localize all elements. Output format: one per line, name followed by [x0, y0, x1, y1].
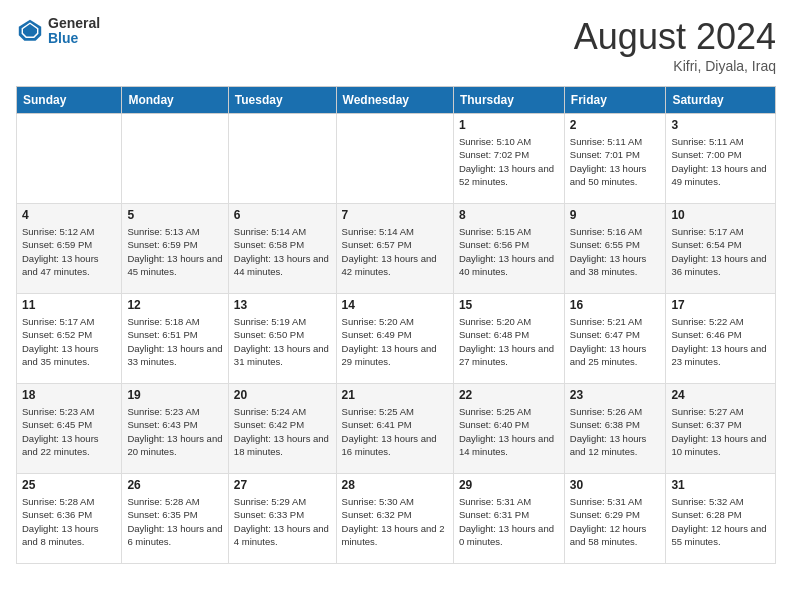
calendar-header-row: SundayMondayTuesdayWednesdayThursdayFrid…	[17, 87, 776, 114]
day-detail: Sunrise: 5:20 AM Sunset: 6:48 PM Dayligh…	[459, 315, 559, 368]
calendar-cell: 10Sunrise: 5:17 AM Sunset: 6:54 PM Dayli…	[666, 204, 776, 294]
day-detail: Sunrise: 5:22 AM Sunset: 6:46 PM Dayligh…	[671, 315, 770, 368]
calendar-cell: 14Sunrise: 5:20 AM Sunset: 6:49 PM Dayli…	[336, 294, 453, 384]
day-detail: Sunrise: 5:19 AM Sunset: 6:50 PM Dayligh…	[234, 315, 331, 368]
calendar-cell: 9Sunrise: 5:16 AM Sunset: 6:55 PM Daylig…	[564, 204, 666, 294]
header-wednesday: Wednesday	[336, 87, 453, 114]
calendar-cell: 11Sunrise: 5:17 AM Sunset: 6:52 PM Dayli…	[17, 294, 122, 384]
day-detail: Sunrise: 5:16 AM Sunset: 6:55 PM Dayligh…	[570, 225, 661, 278]
day-detail: Sunrise: 5:14 AM Sunset: 6:57 PM Dayligh…	[342, 225, 448, 278]
day-number: 5	[127, 208, 222, 222]
day-detail: Sunrise: 5:15 AM Sunset: 6:56 PM Dayligh…	[459, 225, 559, 278]
day-number: 31	[671, 478, 770, 492]
header-thursday: Thursday	[453, 87, 564, 114]
day-detail: Sunrise: 5:27 AM Sunset: 6:37 PM Dayligh…	[671, 405, 770, 458]
day-number: 10	[671, 208, 770, 222]
day-detail: Sunrise: 5:26 AM Sunset: 6:38 PM Dayligh…	[570, 405, 661, 458]
day-detail: Sunrise: 5:31 AM Sunset: 6:29 PM Dayligh…	[570, 495, 661, 548]
day-detail: Sunrise: 5:30 AM Sunset: 6:32 PM Dayligh…	[342, 495, 448, 548]
day-number: 21	[342, 388, 448, 402]
day-number: 26	[127, 478, 222, 492]
calendar-cell	[17, 114, 122, 204]
logo: General Blue	[16, 16, 100, 47]
day-number: 17	[671, 298, 770, 312]
logo-text: General Blue	[48, 16, 100, 47]
day-detail: Sunrise: 5:25 AM Sunset: 6:41 PM Dayligh…	[342, 405, 448, 458]
day-number: 15	[459, 298, 559, 312]
day-detail: Sunrise: 5:14 AM Sunset: 6:58 PM Dayligh…	[234, 225, 331, 278]
day-detail: Sunrise: 5:31 AM Sunset: 6:31 PM Dayligh…	[459, 495, 559, 548]
calendar-week-row: 25Sunrise: 5:28 AM Sunset: 6:36 PM Dayli…	[17, 474, 776, 564]
logo-general-text: General	[48, 16, 100, 31]
title-block: August 2024 Kifri, Diyala, Iraq	[574, 16, 776, 74]
calendar-cell: 8Sunrise: 5:15 AM Sunset: 6:56 PM Daylig…	[453, 204, 564, 294]
calendar-cell	[228, 114, 336, 204]
day-number: 8	[459, 208, 559, 222]
calendar-cell: 23Sunrise: 5:26 AM Sunset: 6:38 PM Dayli…	[564, 384, 666, 474]
day-number: 13	[234, 298, 331, 312]
calendar-cell: 2Sunrise: 5:11 AM Sunset: 7:01 PM Daylig…	[564, 114, 666, 204]
day-detail: Sunrise: 5:11 AM Sunset: 7:01 PM Dayligh…	[570, 135, 661, 188]
header-monday: Monday	[122, 87, 228, 114]
day-detail: Sunrise: 5:29 AM Sunset: 6:33 PM Dayligh…	[234, 495, 331, 548]
day-number: 30	[570, 478, 661, 492]
day-detail: Sunrise: 5:12 AM Sunset: 6:59 PM Dayligh…	[22, 225, 116, 278]
day-detail: Sunrise: 5:28 AM Sunset: 6:35 PM Dayligh…	[127, 495, 222, 548]
day-number: 11	[22, 298, 116, 312]
calendar-cell	[336, 114, 453, 204]
calendar-week-row: 11Sunrise: 5:17 AM Sunset: 6:52 PM Dayli…	[17, 294, 776, 384]
page-header: General Blue August 2024 Kifri, Diyala, …	[16, 16, 776, 74]
calendar-cell: 28Sunrise: 5:30 AM Sunset: 6:32 PM Dayli…	[336, 474, 453, 564]
calendar-cell: 19Sunrise: 5:23 AM Sunset: 6:43 PM Dayli…	[122, 384, 228, 474]
day-detail: Sunrise: 5:18 AM Sunset: 6:51 PM Dayligh…	[127, 315, 222, 368]
day-number: 12	[127, 298, 222, 312]
day-detail: Sunrise: 5:17 AM Sunset: 6:54 PM Dayligh…	[671, 225, 770, 278]
day-number: 14	[342, 298, 448, 312]
calendar-cell: 16Sunrise: 5:21 AM Sunset: 6:47 PM Dayli…	[564, 294, 666, 384]
calendar-week-row: 4Sunrise: 5:12 AM Sunset: 6:59 PM Daylig…	[17, 204, 776, 294]
calendar-cell: 12Sunrise: 5:18 AM Sunset: 6:51 PM Dayli…	[122, 294, 228, 384]
day-number: 19	[127, 388, 222, 402]
calendar-cell: 25Sunrise: 5:28 AM Sunset: 6:36 PM Dayli…	[17, 474, 122, 564]
logo-icon	[16, 17, 44, 45]
day-number: 23	[570, 388, 661, 402]
day-detail: Sunrise: 5:24 AM Sunset: 6:42 PM Dayligh…	[234, 405, 331, 458]
calendar-cell: 18Sunrise: 5:23 AM Sunset: 6:45 PM Dayli…	[17, 384, 122, 474]
day-detail: Sunrise: 5:10 AM Sunset: 7:02 PM Dayligh…	[459, 135, 559, 188]
header-saturday: Saturday	[666, 87, 776, 114]
header-sunday: Sunday	[17, 87, 122, 114]
day-number: 25	[22, 478, 116, 492]
day-detail: Sunrise: 5:13 AM Sunset: 6:59 PM Dayligh…	[127, 225, 222, 278]
day-number: 28	[342, 478, 448, 492]
day-number: 27	[234, 478, 331, 492]
calendar-cell: 22Sunrise: 5:25 AM Sunset: 6:40 PM Dayli…	[453, 384, 564, 474]
day-number: 4	[22, 208, 116, 222]
calendar-cell: 30Sunrise: 5:31 AM Sunset: 6:29 PM Dayli…	[564, 474, 666, 564]
calendar-cell: 7Sunrise: 5:14 AM Sunset: 6:57 PM Daylig…	[336, 204, 453, 294]
calendar-week-row: 18Sunrise: 5:23 AM Sunset: 6:45 PM Dayli…	[17, 384, 776, 474]
day-detail: Sunrise: 5:23 AM Sunset: 6:43 PM Dayligh…	[127, 405, 222, 458]
calendar-cell: 21Sunrise: 5:25 AM Sunset: 6:41 PM Dayli…	[336, 384, 453, 474]
day-number: 1	[459, 118, 559, 132]
calendar-cell: 13Sunrise: 5:19 AM Sunset: 6:50 PM Dayli…	[228, 294, 336, 384]
day-number: 18	[22, 388, 116, 402]
month-year-title: August 2024	[574, 16, 776, 58]
day-number: 2	[570, 118, 661, 132]
calendar-cell: 31Sunrise: 5:32 AM Sunset: 6:28 PM Dayli…	[666, 474, 776, 564]
day-number: 16	[570, 298, 661, 312]
header-friday: Friday	[564, 87, 666, 114]
calendar-cell: 3Sunrise: 5:11 AM Sunset: 7:00 PM Daylig…	[666, 114, 776, 204]
day-detail: Sunrise: 5:32 AM Sunset: 6:28 PM Dayligh…	[671, 495, 770, 548]
calendar-cell: 29Sunrise: 5:31 AM Sunset: 6:31 PM Dayli…	[453, 474, 564, 564]
day-detail: Sunrise: 5:20 AM Sunset: 6:49 PM Dayligh…	[342, 315, 448, 368]
day-detail: Sunrise: 5:28 AM Sunset: 6:36 PM Dayligh…	[22, 495, 116, 548]
calendar-cell: 17Sunrise: 5:22 AM Sunset: 6:46 PM Dayli…	[666, 294, 776, 384]
day-number: 22	[459, 388, 559, 402]
calendar-cell: 27Sunrise: 5:29 AM Sunset: 6:33 PM Dayli…	[228, 474, 336, 564]
calendar-cell: 26Sunrise: 5:28 AM Sunset: 6:35 PM Dayli…	[122, 474, 228, 564]
day-number: 24	[671, 388, 770, 402]
header-tuesday: Tuesday	[228, 87, 336, 114]
day-number: 29	[459, 478, 559, 492]
calendar-week-row: 1Sunrise: 5:10 AM Sunset: 7:02 PM Daylig…	[17, 114, 776, 204]
day-detail: Sunrise: 5:23 AM Sunset: 6:45 PM Dayligh…	[22, 405, 116, 458]
